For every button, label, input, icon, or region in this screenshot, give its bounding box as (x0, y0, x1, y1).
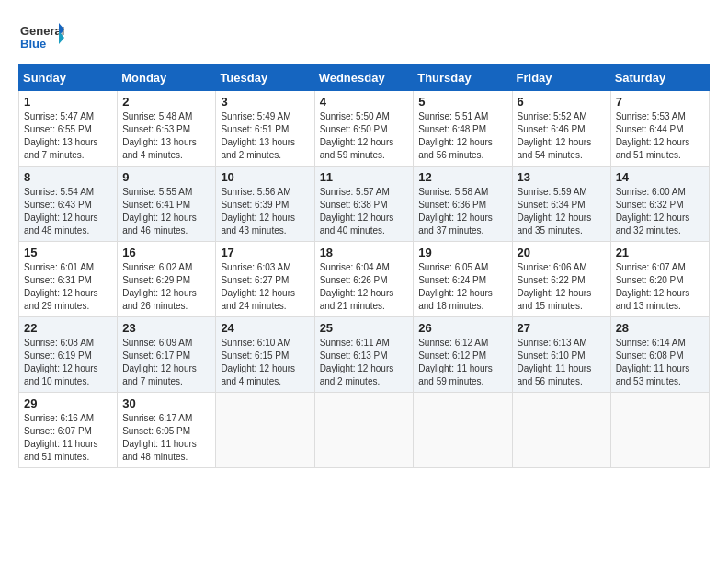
calendar-cell (216, 393, 314, 468)
day-number: 2 (122, 95, 210, 109)
day-number: 23 (122, 321, 210, 335)
day-number: 5 (418, 95, 506, 109)
day-info: Sunrise: 6:17 AM Sunset: 6:05 PM Dayligh… (122, 412, 210, 464)
calendar-cell: 2Sunrise: 5:48 AM Sunset: 6:53 PM Daylig… (118, 91, 216, 167)
day-info: Sunrise: 5:58 AM Sunset: 6:36 PM Dayligh… (418, 186, 506, 237)
day-info: Sunrise: 5:52 AM Sunset: 6:46 PM Dayligh… (518, 110, 606, 162)
calendar-cell: 6Sunrise: 5:52 AM Sunset: 6:46 PM Daylig… (512, 91, 610, 167)
calendar-week-3: 15Sunrise: 6:01 AM Sunset: 6:31 PM Dayli… (19, 242, 710, 317)
calendar-cell (610, 393, 709, 468)
logo-icon: General Blue (18, 18, 64, 55)
calendar-header-friday: Friday (512, 65, 610, 91)
calendar-cell: 3Sunrise: 5:49 AM Sunset: 6:51 PM Daylig… (216, 91, 314, 167)
calendar-cell: 12Sunrise: 5:58 AM Sunset: 6:36 PM Dayli… (414, 167, 512, 242)
day-number: 20 (518, 246, 606, 259)
day-info: Sunrise: 6:09 AM Sunset: 6:17 PM Dayligh… (122, 337, 210, 388)
calendar-cell: 29Sunrise: 6:16 AM Sunset: 6:07 PM Dayli… (19, 393, 118, 468)
calendar-week-1: 1Sunrise: 5:47 AM Sunset: 6:55 PM Daylig… (19, 91, 710, 167)
calendar-cell: 22Sunrise: 6:08 AM Sunset: 6:19 PM Dayli… (19, 317, 118, 393)
day-info: Sunrise: 5:49 AM Sunset: 6:51 PM Dayligh… (221, 110, 309, 162)
day-number: 6 (518, 95, 606, 109)
calendar-header-monday: Monday (118, 65, 216, 91)
calendar-cell: 9Sunrise: 5:55 AM Sunset: 6:41 PM Daylig… (118, 167, 216, 242)
day-info: Sunrise: 6:05 AM Sunset: 6:24 PM Dayligh… (418, 261, 506, 313)
calendar-cell: 7Sunrise: 5:53 AM Sunset: 6:44 PM Daylig… (610, 91, 709, 167)
day-number: 29 (24, 396, 112, 410)
day-number: 16 (122, 246, 210, 259)
calendar-cell: 1Sunrise: 5:47 AM Sunset: 6:55 PM Daylig… (19, 91, 118, 167)
day-info: Sunrise: 6:13 AM Sunset: 6:10 PM Dayligh… (518, 337, 606, 388)
day-info: Sunrise: 6:16 AM Sunset: 6:07 PM Dayligh… (24, 412, 112, 464)
svg-text:General: General (20, 24, 64, 38)
calendar-cell: 20Sunrise: 6:06 AM Sunset: 6:22 PM Dayli… (512, 242, 610, 317)
calendar-table: SundayMondayTuesdayWednesdayThursdayFrid… (18, 64, 710, 468)
calendar-cell: 24Sunrise: 6:10 AM Sunset: 6:15 PM Dayli… (216, 317, 314, 393)
calendar-cell: 4Sunrise: 5:50 AM Sunset: 6:50 PM Daylig… (314, 91, 414, 167)
calendar-header-thursday: Thursday (414, 65, 512, 91)
calendar-header-tuesday: Tuesday (216, 65, 314, 91)
calendar-cell (314, 393, 414, 468)
day-info: Sunrise: 5:57 AM Sunset: 6:38 PM Dayligh… (320, 186, 409, 237)
calendar-header-wednesday: Wednesday (314, 65, 414, 91)
day-info: Sunrise: 6:04 AM Sunset: 6:26 PM Dayligh… (320, 261, 409, 313)
day-number: 19 (418, 246, 506, 259)
day-number: 21 (616, 246, 704, 259)
day-number: 8 (24, 170, 112, 184)
calendar-cell: 15Sunrise: 6:01 AM Sunset: 6:31 PM Dayli… (19, 242, 118, 317)
day-info: Sunrise: 6:08 AM Sunset: 6:19 PM Dayligh… (24, 337, 112, 388)
day-number: 3 (221, 95, 309, 109)
day-info: Sunrise: 5:59 AM Sunset: 6:34 PM Dayligh… (518, 186, 606, 237)
day-number: 26 (418, 321, 506, 335)
calendar-cell: 25Sunrise: 6:11 AM Sunset: 6:13 PM Dayli… (314, 317, 414, 393)
calendar-cell: 28Sunrise: 6:14 AM Sunset: 6:08 PM Dayli… (610, 317, 709, 393)
calendar-cell (414, 393, 512, 468)
day-number: 4 (320, 95, 409, 109)
day-info: Sunrise: 6:10 AM Sunset: 6:15 PM Dayligh… (221, 337, 309, 388)
day-info: Sunrise: 6:01 AM Sunset: 6:31 PM Dayligh… (24, 261, 112, 313)
calendar-cell: 21Sunrise: 6:07 AM Sunset: 6:20 PM Dayli… (610, 242, 709, 317)
calendar-cell: 18Sunrise: 6:04 AM Sunset: 6:26 PM Dayli… (314, 242, 414, 317)
calendar-cell: 19Sunrise: 6:05 AM Sunset: 6:24 PM Dayli… (414, 242, 512, 317)
day-number: 9 (122, 170, 210, 184)
calendar-header-sunday: Sunday (19, 65, 118, 91)
day-info: Sunrise: 5:55 AM Sunset: 6:41 PM Dayligh… (122, 186, 210, 237)
day-number: 10 (221, 170, 309, 184)
day-number: 7 (616, 95, 704, 109)
day-info: Sunrise: 5:47 AM Sunset: 6:55 PM Dayligh… (24, 110, 112, 162)
day-number: 25 (320, 321, 409, 335)
calendar-cell: 11Sunrise: 5:57 AM Sunset: 6:38 PM Dayli… (314, 167, 414, 242)
calendar-header-saturday: Saturday (610, 65, 709, 91)
calendar-cell: 30Sunrise: 6:17 AM Sunset: 6:05 PM Dayli… (118, 393, 216, 468)
day-info: Sunrise: 5:50 AM Sunset: 6:50 PM Dayligh… (320, 110, 409, 162)
day-number: 18 (320, 246, 409, 259)
day-number: 17 (221, 246, 309, 259)
day-info: Sunrise: 6:07 AM Sunset: 6:20 PM Dayligh… (616, 261, 704, 313)
logo: General Blue (18, 18, 68, 55)
day-info: Sunrise: 6:02 AM Sunset: 6:29 PM Dayligh… (122, 261, 210, 313)
calendar-cell: 17Sunrise: 6:03 AM Sunset: 6:27 PM Dayli… (216, 242, 314, 317)
day-info: Sunrise: 5:54 AM Sunset: 6:43 PM Dayligh… (24, 186, 112, 237)
day-number: 30 (122, 396, 210, 410)
day-number: 11 (320, 170, 409, 184)
day-number: 28 (616, 321, 704, 335)
day-number: 12 (418, 170, 506, 184)
day-number: 22 (24, 321, 112, 335)
day-number: 14 (616, 170, 704, 184)
day-info: Sunrise: 6:12 AM Sunset: 6:12 PM Dayligh… (418, 337, 506, 388)
calendar-cell: 5Sunrise: 5:51 AM Sunset: 6:48 PM Daylig… (414, 91, 512, 167)
calendar-cell: 10Sunrise: 5:56 AM Sunset: 6:39 PM Dayli… (216, 167, 314, 242)
calendar-cell: 27Sunrise: 6:13 AM Sunset: 6:10 PM Dayli… (512, 317, 610, 393)
day-info: Sunrise: 6:00 AM Sunset: 6:32 PM Dayligh… (616, 186, 704, 237)
day-info: Sunrise: 6:11 AM Sunset: 6:13 PM Dayligh… (320, 337, 409, 388)
page-header: General Blue (18, 18, 710, 55)
day-info: Sunrise: 6:06 AM Sunset: 6:22 PM Dayligh… (518, 261, 606, 313)
calendar-week-4: 22Sunrise: 6:08 AM Sunset: 6:19 PM Dayli… (19, 317, 710, 393)
calendar-cell (512, 393, 610, 468)
day-info: Sunrise: 5:56 AM Sunset: 6:39 PM Dayligh… (221, 186, 309, 237)
day-info: Sunrise: 6:14 AM Sunset: 6:08 PM Dayligh… (616, 337, 704, 388)
day-info: Sunrise: 5:48 AM Sunset: 6:53 PM Dayligh… (122, 110, 210, 162)
calendar-cell: 13Sunrise: 5:59 AM Sunset: 6:34 PM Dayli… (512, 167, 610, 242)
day-info: Sunrise: 5:53 AM Sunset: 6:44 PM Dayligh… (616, 110, 704, 162)
svg-text:Blue: Blue (20, 37, 46, 51)
calendar-cell: 26Sunrise: 6:12 AM Sunset: 6:12 PM Dayli… (414, 317, 512, 393)
